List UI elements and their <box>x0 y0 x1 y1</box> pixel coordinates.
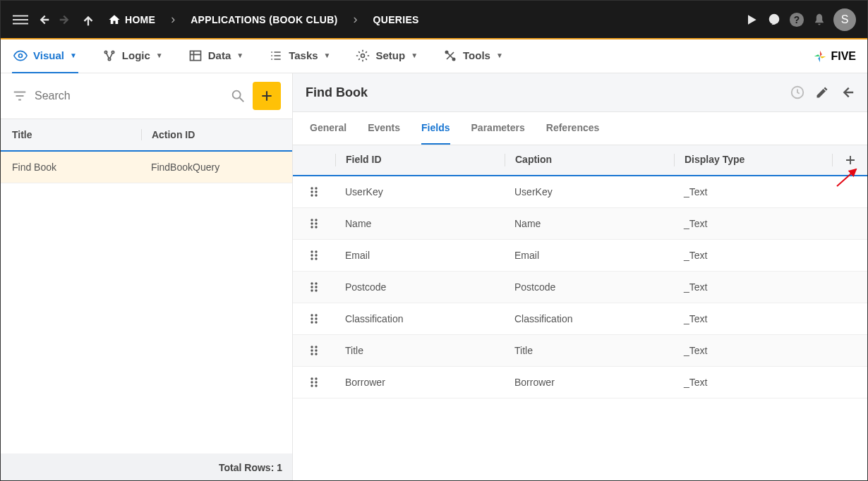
column-action-id[interactable]: Action ID <box>141 129 281 140</box>
cell-display-type: _Text <box>674 377 832 388</box>
cell-caption: Name <box>505 218 674 229</box>
edit-icon[interactable] <box>815 85 829 99</box>
bell-icon[interactable] <box>811 11 828 28</box>
subtab-references[interactable]: References <box>546 112 600 145</box>
drag-handle-icon[interactable] <box>293 345 335 356</box>
svg-point-31 <box>311 254 313 256</box>
filter-icon[interactable] <box>12 88 28 104</box>
svg-point-54 <box>315 377 317 379</box>
back-icon[interactable] <box>35 11 52 28</box>
svg-point-46 <box>315 321 317 323</box>
five-logo-icon <box>812 49 828 64</box>
help-icon[interactable]: ? <box>788 11 805 28</box>
search-bar <box>1 73 292 119</box>
grid-row[interactable]: UserKey UserKey _Text <box>293 176 867 208</box>
up-icon[interactable] <box>80 11 97 28</box>
chevron-down-icon: ▼ <box>496 51 503 59</box>
brand-label: FIVE <box>831 50 856 63</box>
drag-handle-icon[interactable] <box>293 186 335 197</box>
gear-icon <box>356 49 370 63</box>
svg-point-25 <box>311 222 313 224</box>
cell-field-id: Name <box>335 218 505 229</box>
tab-setup[interactable]: Setup ▼ <box>354 39 419 73</box>
grid-row[interactable]: Borrower Borrower _Text <box>293 367 867 398</box>
add-button[interactable] <box>253 82 281 110</box>
svg-point-51 <box>311 353 313 355</box>
cell-field-id: Email <box>335 250 505 261</box>
search-input[interactable] <box>35 90 223 102</box>
svg-point-30 <box>315 250 317 252</box>
svg-point-12 <box>445 51 447 53</box>
drag-handle-icon[interactable] <box>293 313 335 324</box>
tab-visual[interactable]: Visual ▼ <box>12 39 78 73</box>
cell-display-type: _Text <box>674 313 832 324</box>
tab-label: Data <box>208 49 231 61</box>
grid-icon <box>188 49 203 63</box>
cell-field-id: Title <box>335 345 505 356</box>
svg-point-39 <box>311 289 313 291</box>
grid-row[interactable]: Title Title _Text <box>293 335 867 367</box>
svg-point-19 <box>311 190 313 193</box>
grid-row[interactable]: Email Email _Text <box>293 240 867 272</box>
chevron-right-icon: › <box>167 12 179 27</box>
page-title: Find Book <box>306 85 780 100</box>
drag-handle-icon[interactable] <box>293 281 335 293</box>
forward-icon <box>57 11 74 28</box>
search-icon[interactable] <box>230 88 246 104</box>
svg-point-57 <box>311 384 313 386</box>
svg-point-13 <box>452 58 454 60</box>
play-icon[interactable] <box>743 11 760 28</box>
tab-label: Logic <box>122 49 150 61</box>
list-footer: Total Rows: 1 <box>1 453 292 481</box>
right-panel: Find Book General Events Fields Paramete… <box>293 73 867 481</box>
svg-point-29 <box>311 250 313 252</box>
tab-label: Tasks <box>289 49 318 61</box>
drag-handle-icon[interactable] <box>293 250 335 261</box>
plus-icon <box>260 89 274 103</box>
svg-rect-1 <box>13 19 28 20</box>
column-field-id[interactable]: Field ID <box>335 154 505 166</box>
svg-point-49 <box>311 349 313 351</box>
svg-point-55 <box>311 381 313 383</box>
cell-caption: Postcode <box>505 281 674 293</box>
grid-row[interactable]: Classification Classification _Text <box>293 303 867 335</box>
cell-display-type: _Text <box>674 218 832 229</box>
chat-icon[interactable] <box>766 11 783 28</box>
svg-point-26 <box>315 222 317 224</box>
grid-row[interactable]: Name Name _Text <box>293 208 867 240</box>
column-title[interactable]: Title <box>12 129 141 140</box>
cell-action-id: FindBookQuery <box>141 162 281 173</box>
column-caption[interactable]: Caption <box>505 154 674 166</box>
chevron-right-icon: › <box>349 12 362 27</box>
column-display-type[interactable]: Display Type <box>674 154 832 166</box>
svg-point-35 <box>311 282 313 284</box>
tab-tools[interactable]: Tools ▼ <box>442 39 505 73</box>
cell-title: Find Book <box>12 162 141 173</box>
breadcrumb-home[interactable]: HOME <box>102 13 161 26</box>
avatar[interactable]: S <box>833 8 856 31</box>
breadcrumb-applications[interactable]: APPLICATIONS (BOOK CLUB) <box>185 14 343 25</box>
list-header: Title Action ID <box>1 119 292 152</box>
breadcrumb-queries[interactable]: QUERIES <box>368 14 425 25</box>
svg-point-34 <box>315 257 317 260</box>
tab-logic[interactable]: Logic ▼ <box>101 39 164 73</box>
drag-handle-icon[interactable] <box>293 377 335 388</box>
add-field-button[interactable] <box>832 154 867 166</box>
tab-data[interactable]: Data ▼ <box>187 39 245 73</box>
list-row[interactable]: Find Book FindBookQuery <box>1 152 292 183</box>
subtab-events[interactable]: Events <box>368 112 400 145</box>
back-arrow-icon[interactable] <box>839 85 855 100</box>
subtab-general[interactable]: General <box>310 112 346 145</box>
svg-point-48 <box>315 346 317 348</box>
history-icon[interactable] <box>790 85 805 100</box>
drag-handle-icon[interactable] <box>293 218 335 229</box>
svg-point-33 <box>311 257 313 260</box>
svg-point-44 <box>315 317 317 319</box>
tab-tasks[interactable]: Tasks ▼ <box>267 39 332 73</box>
grid-row[interactable]: Postcode Postcode _Text <box>293 272 867 303</box>
list-icon <box>269 49 283 63</box>
menu-icon[interactable] <box>12 11 29 28</box>
subtab-parameters[interactable]: Parameters <box>471 112 525 145</box>
svg-point-11 <box>361 54 365 57</box>
subtab-fields[interactable]: Fields <box>421 112 450 145</box>
